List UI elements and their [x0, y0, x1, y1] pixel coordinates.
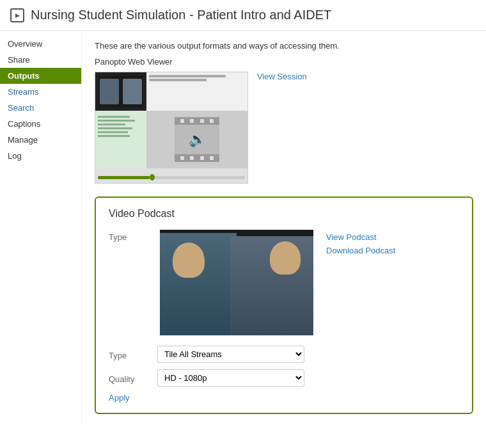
main-layout: Overview Share Outputs Streams Search Ca…	[0, 31, 486, 424]
film-strip: 🔊	[175, 117, 219, 162]
film-hole-6	[190, 156, 194, 160]
face-right	[123, 79, 142, 104]
view-session-link[interactable]: View Session	[257, 72, 307, 81]
progress-fill	[98, 176, 150, 179]
s-line6	[98, 135, 130, 137]
film-hole-5	[180, 156, 184, 160]
sidebar-item-outputs[interactable]: Outputs	[0, 68, 81, 84]
film-hole-1	[180, 119, 184, 123]
main-content: These are the various output formats and…	[82, 31, 486, 424]
sidebar-item-manage[interactable]: Manage	[0, 132, 81, 148]
progress-bar	[98, 176, 245, 179]
sidebar: Overview Share Outputs Streams Search Ca…	[0, 31, 82, 424]
sidebar-item-search[interactable]: Search	[0, 100, 81, 116]
panopto-viewer-label: Panopto Web Viewer	[95, 57, 473, 67]
viewer-right-panel	[146, 72, 247, 111]
viewer-line1	[149, 75, 226, 77]
film-hole-8	[210, 156, 214, 160]
s-line4	[98, 127, 132, 129]
quality-select-row: Quality HD - 1080p HD - 720p SD - 480p S…	[109, 369, 459, 387]
sidebar-item-overview[interactable]: Overview	[0, 36, 81, 52]
podcast-links: View Podcast Download Podcast	[326, 230, 395, 255]
speaker-icon: 🔊	[189, 131, 206, 148]
play-icon	[10, 8, 24, 22]
type-label-1: Type	[109, 230, 147, 242]
viewer-line2	[149, 79, 207, 81]
page-title: Nursing Student Simulation - Patient Int…	[31, 8, 331, 22]
viewer-controls-row	[95, 168, 247, 184]
viewer-thumbnail: 🔊	[95, 72, 248, 184]
podcast-type-row: Type View Podcast Download Podcast	[109, 230, 459, 335]
viewer-main-area: 🔊	[146, 111, 247, 168]
s-line3	[98, 124, 125, 125]
head-right	[270, 241, 301, 275]
panopto-viewer-row: 🔊 Vi	[95, 72, 473, 184]
progress-handle	[150, 174, 155, 180]
download-podcast-link[interactable]: Download Podcast	[326, 246, 395, 255]
film-hole-3	[200, 119, 204, 123]
type-select-row: Type Tile All Streams Primary Stream Onl…	[109, 346, 459, 363]
film-hole-2	[190, 119, 194, 123]
s-line5	[98, 131, 128, 133]
sidebar-item-captions[interactable]: Captions	[0, 116, 81, 132]
film-hole-4	[210, 119, 214, 123]
description-text: These are the various output formats and…	[95, 41, 473, 51]
page-header: Nursing Student Simulation - Patient Int…	[0, 0, 486, 31]
sidebar-item-streams[interactable]: Streams	[0, 84, 81, 100]
viewer-small-video-inner	[98, 76, 143, 108]
film-hole-7	[200, 156, 204, 160]
head-left	[173, 243, 205, 278]
view-podcast-link[interactable]: View Podcast	[326, 232, 395, 242]
sidebar-item-log[interactable]: Log	[0, 148, 81, 164]
type-select[interactable]: Tile All Streams Primary Stream Only Sec…	[157, 346, 304, 363]
quality-label: Quality	[109, 372, 147, 384]
face-left	[100, 79, 119, 104]
apply-button[interactable]: Apply	[109, 393, 130, 403]
s-line1	[98, 116, 130, 118]
sidebar-item-share[interactable]: Share	[0, 52, 81, 68]
viewer-small-video	[95, 72, 146, 111]
podcast-title: Video Podcast	[109, 208, 459, 220]
quality-select[interactable]: HD - 1080p HD - 720p SD - 480p SD - 360p	[157, 369, 304, 387]
viewer-sidebar-panel	[95, 111, 146, 168]
podcast-video-thumbnail	[160, 230, 313, 335]
type-label-2: Type	[109, 348, 147, 360]
podcast-section: Video Podcast Type View Podcast Download…	[95, 196, 473, 414]
s-line2	[98, 120, 135, 122]
